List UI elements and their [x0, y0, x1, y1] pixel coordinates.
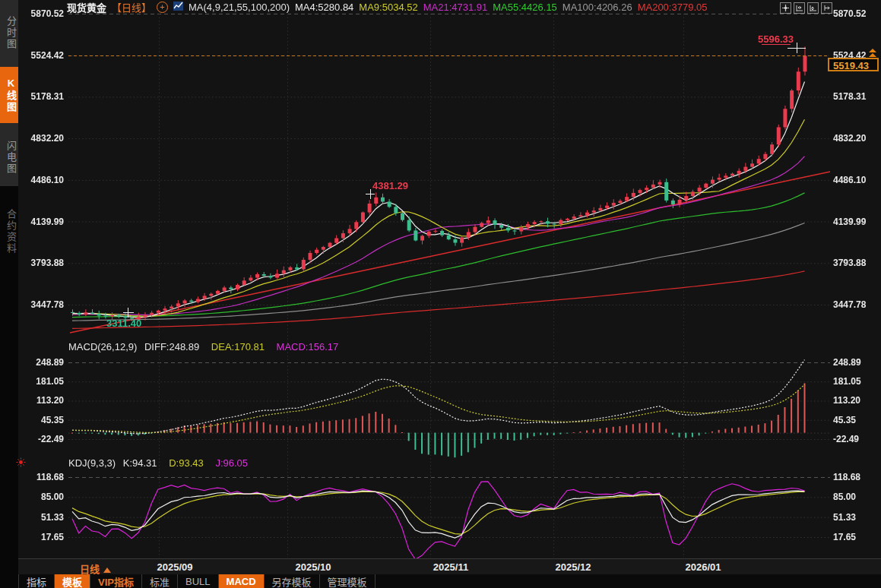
axis-tick-label: 118.68: [833, 472, 880, 482]
tab-vip-indicators[interactable]: VIP指标: [90, 574, 142, 588]
axis-tick-label: 118.68: [18, 472, 64, 482]
axis-tick-label: 51.33: [833, 512, 880, 523]
month-label: 2025/09: [157, 561, 193, 573]
axis-tick-label: 113.20: [18, 395, 64, 406]
kdj-j-value: J:96.05: [215, 457, 248, 469]
macd-macd-value: MACD:156.17: [277, 341, 339, 352]
tab-bull[interactable]: BULL: [178, 574, 219, 588]
tab-save-template[interactable]: 另存模板: [265, 574, 320, 588]
macd-dea-value: DEA:170.81: [211, 341, 265, 352]
axis-tick-label: 45.35: [833, 415, 880, 425]
axis-tick-label: 5178.31: [18, 91, 64, 102]
axis-tick-label: 3447.78: [833, 299, 880, 310]
axis-tick-label: 4486.10: [833, 175, 880, 185]
fit-horizontal-axis-icon[interactable]: [807, 2, 819, 14]
kdj-d-value: D:93.43: [169, 457, 204, 469]
chart-toolbar: [780, 2, 832, 14]
axis-tick-label: 4486.10: [18, 175, 64, 185]
month-label: 2026/01: [686, 561, 721, 573]
macd-diff-value: DIFF:248.89: [144, 341, 199, 352]
pan-right-icon[interactable]: [821, 2, 832, 14]
tab-manage-templates[interactable]: 管理模板: [320, 574, 376, 588]
tab-standard[interactable]: 标准: [142, 574, 178, 588]
trading-app-window: 分时图 K线图 闪电图 合约资料 现货黄金 【日线】 + MA(4,9,21,5…: [0, 0, 881, 588]
month-label: 2025/12: [556, 561, 591, 573]
macd-label-row: MACD(26,12,9) DIFF:248.89 DEA:170.81 MAC…: [68, 341, 338, 352]
axis-tick-label: 248.89: [18, 357, 64, 368]
axis-tick-label: 5870.52: [833, 8, 880, 19]
axis-tick-label: 248.89: [833, 357, 880, 368]
chart-header: 现货黄金 【日线】 + MA(4,9,21,55,100,200) MA4:52…: [67, 1, 707, 14]
bottom-toolbar: 指标 模板 VIP指标 标准 BULL MACD 另存模板 管理模板: [18, 574, 881, 588]
month-label: 2025/10: [296, 561, 331, 573]
ma-title: MA(4,9,21,55,100,200): [189, 2, 290, 13]
axis-tick-label: 5524.42: [18, 50, 64, 61]
axis-tick-label: 181.05: [833, 376, 880, 387]
date-axis-row: 日线 2025/092025/102025/112025/122026/01: [18, 558, 881, 574]
triangle-up-icon: [103, 567, 111, 573]
axis-tick-label: 3793.88: [18, 258, 64, 268]
sidebar-item-time-chart[interactable]: 分时图: [0, 5, 18, 61]
axis-tick-label: 4139.99: [833, 217, 880, 227]
ma100-value: MA100:4206.26: [563, 2, 632, 13]
axis-tick-label: -22.49: [18, 434, 64, 444]
axis-tick-label: 3793.88: [833, 258, 880, 268]
axis-tick-label: 113.20: [833, 395, 880, 406]
chart-canvas[interactable]: [0, 0, 881, 559]
ma55-value: MA55:4426.15: [493, 2, 557, 13]
axis-tick-label: 51.33: [18, 512, 64, 523]
fit-vertical-axis-icon[interactable]: [794, 2, 805, 14]
ma9-value: MA9:5034.52: [359, 2, 417, 13]
axis-tick-label: 5870.52: [18, 8, 64, 19]
macd-title: MACD(26,12,9): [68, 341, 137, 352]
sidebar-item-kline-chart[interactable]: K线图: [0, 67, 18, 123]
ma200-value: MA200:3779.05: [638, 2, 708, 13]
axis-tick-label: 85.00: [18, 492, 64, 502]
crosshair-icon[interactable]: [780, 2, 791, 14]
tab-indicators[interactable]: 指标: [18, 574, 55, 588]
scroll-up-arrows-icon[interactable]: [869, 49, 876, 58]
axis-tick-label: 181.05: [18, 376, 64, 387]
kdj-k-value: K:94.31: [123, 457, 157, 469]
highest-price-label: 5596.33: [758, 33, 794, 45]
axis-tick-label: -22.49: [833, 434, 880, 444]
axis-tick-label: 5178.31: [833, 91, 880, 102]
last-price-box[interactable]: 5519.43: [828, 58, 879, 71]
add-overlay-icon[interactable]: +: [157, 2, 168, 13]
sidebar-item-lightning-chart[interactable]: 闪电图: [0, 129, 18, 185]
axis-tick-label: 85.00: [833, 492, 880, 502]
axis-tick-label: 4139.99: [18, 217, 64, 227]
tab-macd[interactable]: MACD: [219, 574, 265, 588]
lowest-price-label: 3311.40: [106, 318, 141, 329]
ma4-value: MA4:5280.84: [295, 2, 353, 13]
month-label: 2025/11: [433, 561, 468, 573]
axis-tick-label: 45.35: [18, 415, 64, 425]
alert-dot-icon[interactable]: [16, 457, 26, 470]
axis-tick-label: 4832.20: [833, 133, 880, 144]
axis-tick-label: 4832.20: [18, 133, 64, 144]
period-selector-label: 日线: [80, 564, 100, 575]
local-peak-label: 4381.29: [372, 180, 408, 191]
tab-templates[interactable]: 模板: [55, 574, 90, 588]
axis-tick-label: 3447.78: [18, 299, 64, 310]
axis-tick-label: 17.65: [833, 532, 880, 542]
kdj-label-row: KDJ(9,3,3) K:94.31 D:93.43 J:96.05: [68, 457, 248, 469]
ma21-value: MA21:4731.91: [423, 2, 488, 13]
symbol-name: 现货黄金: [67, 0, 106, 14]
left-sidebar: 分时图 K线图 闪电图 合约资料: [0, 0, 18, 588]
axis-tick-label: 17.65: [18, 532, 64, 542]
sidebar-item-contract-info[interactable]: 合约资料: [0, 191, 18, 272]
kdj-title: KDJ(9,3,3): [68, 457, 116, 469]
kline-style-icon[interactable]: [173, 2, 183, 13]
period-tag: 【日线】: [112, 0, 151, 14]
